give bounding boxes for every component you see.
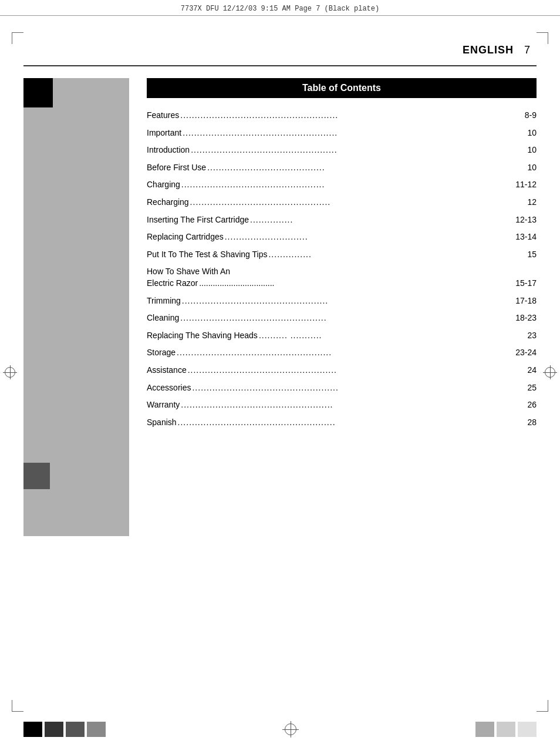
toc-label-16: Warranty bbox=[147, 399, 180, 411]
swatch-black bbox=[23, 722, 42, 737]
crop-mark-tr bbox=[537, 32, 548, 44]
reg-mark-left bbox=[5, 367, 15, 378]
toc-entry-11: Cleaning ...............................… bbox=[147, 312, 537, 324]
toc-page-17: 28 bbox=[527, 417, 537, 429]
toc-area: Table of Contents Features .............… bbox=[129, 78, 537, 536]
sidebar-grey-square bbox=[23, 463, 50, 489]
toc-page-10: 17-18 bbox=[515, 295, 537, 307]
page-content: ENGLISH 7 Table of Contents Features ...… bbox=[23, 32, 537, 712]
toc-label-10: Trimming bbox=[147, 295, 181, 307]
crop-mark-bl bbox=[12, 700, 23, 712]
toc-page-12: 23 bbox=[527, 330, 537, 342]
toc-label-11: Cleaning bbox=[147, 312, 179, 324]
swatch-light bbox=[497, 722, 515, 737]
toc-line1-9: How To Shave With An bbox=[147, 266, 537, 278]
reg-circle-right bbox=[545, 367, 555, 378]
toc-title-bar: Table of Contents bbox=[147, 78, 537, 98]
toc-entry-10: Trimming ...............................… bbox=[147, 295, 537, 307]
reg-circle-left bbox=[5, 367, 15, 378]
toc-label-4: Charging bbox=[147, 179, 180, 191]
toc-page-14: 24 bbox=[527, 365, 537, 376]
toc-entry-13: Storage ................................… bbox=[147, 347, 537, 359]
toc-page-13: 23-24 bbox=[515, 347, 537, 359]
toc-label-6: Inserting The First Cartridge bbox=[147, 214, 249, 226]
toc-entry-14: Assistance .............................… bbox=[147, 365, 537, 376]
content-layout: Table of Contents Features .............… bbox=[23, 78, 537, 536]
toc-entries-container: Features ...............................… bbox=[147, 110, 537, 428]
swatch-med bbox=[87, 722, 106, 737]
swatch-med-dark bbox=[66, 722, 85, 737]
page-number: 7 bbox=[524, 44, 531, 56]
toc-entry-9: How To Shave With An Electric Razor ....… bbox=[147, 266, 537, 289]
toc-dots-12: .......... ........... bbox=[259, 330, 527, 342]
toc-page-16: 26 bbox=[527, 399, 537, 411]
toc-entry-6: Inserting The First Cartridge ..........… bbox=[147, 214, 537, 226]
toc-page-9: 15-17 bbox=[515, 278, 537, 289]
swatch-dark bbox=[45, 722, 63, 737]
toc-page-7: 13-14 bbox=[515, 231, 537, 243]
toc-dots-14: ........................................… bbox=[188, 365, 527, 376]
left-sidebar bbox=[23, 78, 129, 536]
toc-entry-15: Accessories ............................… bbox=[147, 382, 537, 394]
toc-label-1: Important bbox=[147, 127, 181, 139]
language-label: ENGLISH bbox=[463, 44, 514, 56]
color-swatches-left bbox=[23, 722, 106, 737]
toc-entry-5: Recharging .............................… bbox=[147, 197, 537, 208]
toc-page-11: 18-23 bbox=[515, 312, 537, 324]
toc-entry-1: Important ..............................… bbox=[147, 127, 537, 139]
toc-entry-16: Warranty ...............................… bbox=[147, 399, 537, 411]
toc-page-6: 12-13 bbox=[515, 214, 537, 226]
toc-entry-17: Spanish ................................… bbox=[147, 417, 537, 429]
toc-dots-1: ........................................… bbox=[183, 127, 526, 139]
toc-entry-7: Replacing Cartridges ...................… bbox=[147, 231, 537, 243]
toc-page-1: 10 bbox=[527, 127, 537, 139]
toc-page-3: 10 bbox=[527, 162, 537, 174]
toc-dots-0: ........................................… bbox=[180, 110, 524, 122]
toc-dots-16: ........................................… bbox=[181, 399, 526, 411]
toc-dots-6: ............... bbox=[250, 214, 514, 226]
toc-dots-15: ........................................… bbox=[192, 382, 526, 394]
swatch-light-med bbox=[475, 722, 494, 737]
toc-dots-10: ........................................… bbox=[182, 295, 514, 307]
color-swatches-right bbox=[475, 722, 537, 737]
toc-page-2: 10 bbox=[527, 144, 537, 156]
toc-dots-3: ........................................… bbox=[207, 162, 526, 174]
toc-entry-2: Introduction ...........................… bbox=[147, 144, 537, 156]
toc-dots-13: ........................................… bbox=[177, 347, 514, 359]
toc-label-12: Replacing The Shaving Heads bbox=[147, 330, 258, 342]
toc-entry-3: Before First Use .......................… bbox=[147, 162, 537, 174]
file-info: 7737X DFU 12/12/03 9:15 AM Page 7 (Black… bbox=[181, 5, 379, 13]
toc-dots-9: ................................. bbox=[199, 278, 514, 289]
toc-dots-11: ........................................… bbox=[180, 312, 514, 324]
toc-page-5: 12 bbox=[527, 197, 537, 208]
toc-line2-label-9: Electric Razor bbox=[147, 278, 198, 289]
toc-page-0: 8-9 bbox=[525, 110, 537, 122]
toc-label-14: Assistance bbox=[147, 365, 187, 376]
toc-label-2: Introduction bbox=[147, 144, 190, 156]
bottom-reg-mark bbox=[285, 723, 296, 735]
toc-label-7: Replacing Cartridges bbox=[147, 231, 224, 243]
toc-label-3: Before First Use bbox=[147, 162, 206, 174]
bottom-bar bbox=[23, 721, 537, 738]
toc-label-5: Recharging bbox=[147, 197, 189, 208]
toc-entry-12: Replacing The Shaving Heads .......... .… bbox=[147, 330, 537, 342]
language-header: ENGLISH 7 bbox=[23, 32, 537, 66]
toc-page-8: 15 bbox=[527, 249, 537, 261]
toc-dots-5: ........................................… bbox=[190, 197, 527, 208]
toc-dots-17: ........................................… bbox=[178, 417, 527, 429]
header-bar: 7737X DFU 12/12/03 9:15 AM Page 7 (Black… bbox=[0, 5, 560, 16]
toc-label-0: Features bbox=[147, 110, 179, 122]
toc-entry-4: Charging ...............................… bbox=[147, 179, 537, 191]
toc-label-13: Storage bbox=[147, 347, 176, 359]
bottom-center-reg bbox=[106, 723, 475, 735]
toc-dots-2: ........................................… bbox=[191, 144, 526, 156]
swatch-lightest bbox=[518, 722, 537, 737]
toc-dots-4: ........................................… bbox=[181, 179, 514, 191]
toc-entry-8: Put It To The Test & Shaving Tips ......… bbox=[147, 249, 537, 261]
toc-dots-7: ............................. bbox=[225, 231, 514, 243]
toc-label-8: Put It To The Test & Shaving Tips bbox=[147, 249, 267, 261]
toc-page-15: 25 bbox=[527, 382, 537, 394]
toc-dots-8: ............... bbox=[268, 249, 526, 261]
toc-entry-0: Features ...............................… bbox=[147, 110, 537, 122]
toc-title: Table of Contents bbox=[302, 83, 381, 93]
